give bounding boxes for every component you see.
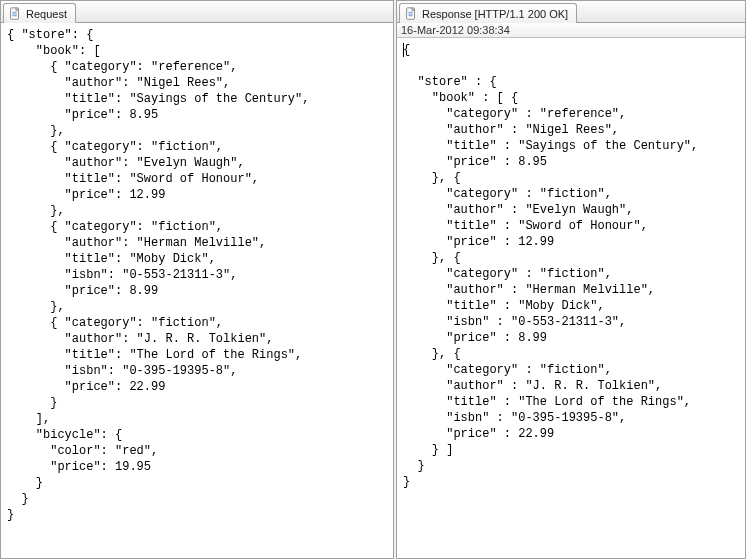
request-tab-bar: Request [1,1,393,23]
request-tab-label: Request [26,8,67,20]
request-pane: Request { "store": { "book": [ { "catego… [0,0,394,559]
response-tab[interactable]: Response [HTTP/1.1 200 OK] [399,3,577,23]
response-document-icon [404,7,418,21]
response-timestamp-bar: 16-Mar-2012 09:38:34 [397,23,745,38]
request-document-icon [8,7,22,21]
response-code-area[interactable]: { "store" : { "book" : [ { "category" : … [397,38,745,558]
response-pane: Response [HTTP/1.1 200 OK] 16-Mar-2012 0… [396,0,746,559]
response-tab-bar: Response [HTTP/1.1 200 OK] [397,1,745,23]
response-code-first: { [403,43,410,57]
request-tab[interactable]: Request [3,3,76,23]
request-code-text: { "store": { "book": [ { "category": "re… [7,28,309,522]
response-tab-label: Response [HTTP/1.1 200 OK] [422,8,568,20]
split-container: Request { "store": { "book": [ { "catego… [0,0,746,559]
request-code-area[interactable]: { "store": { "book": [ { "category": "re… [1,23,393,558]
response-code-rest: "store" : { "book" : [ { "category" : "r… [403,75,698,489]
response-timestamp: 16-Mar-2012 09:38:34 [401,24,510,36]
